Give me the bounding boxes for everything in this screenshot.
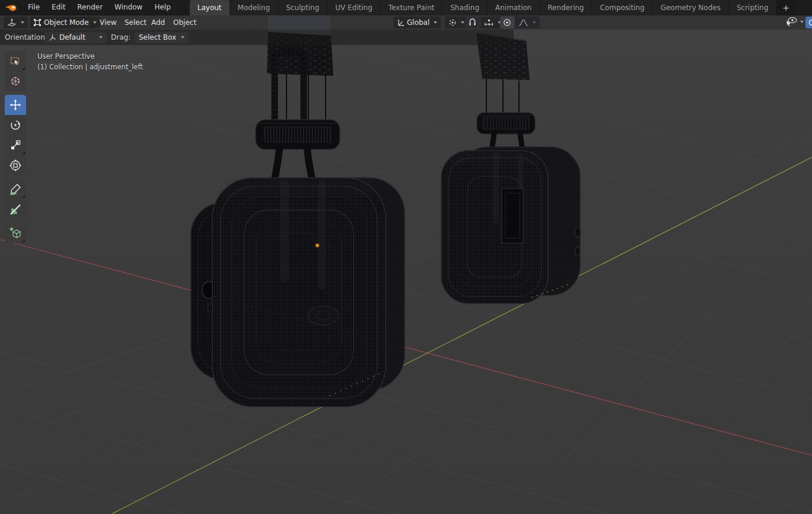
chevron-down-icon (533, 21, 536, 24)
select-box-icon (9, 55, 22, 68)
chevron-down-icon (461, 21, 464, 24)
chevron-down-icon (21, 21, 24, 24)
topbar: File Edit Render Window Help Layout Mode… (0, 0, 812, 15)
chevron-down-icon (99, 36, 103, 39)
tool-measure[interactable] (5, 199, 26, 219)
tool-move[interactable] (5, 95, 26, 115)
active-object-label: (1) Collection | adjustment_left (37, 62, 143, 72)
drag-value: Select Box (139, 33, 176, 41)
tab-texture-paint[interactable]: Texture Paint (381, 0, 442, 15)
tool-scale[interactable] (5, 135, 26, 155)
orientation-label: Orientation: (5, 33, 47, 41)
snap-magnet-icon (469, 18, 476, 27)
tab-uv-editing[interactable]: UV Editing (327, 0, 380, 15)
tool-settings-bar: Orientation: Default Drag: Select Box (0, 30, 514, 45)
workspace-tabs: Layout Modeling Sculpting UV Editing Tex… (190, 0, 795, 15)
menu-view[interactable]: View (100, 15, 116, 30)
menu-edit[interactable]: Edit (46, 0, 71, 15)
tool-annotate[interactable] (5, 179, 26, 199)
drag-label: Drag: (111, 33, 130, 41)
scale-icon (9, 139, 22, 152)
tool-transform[interactable] (5, 155, 26, 175)
falloff-curve-icon (518, 19, 528, 27)
menu-window[interactable]: Window (109, 0, 148, 15)
3d-viewport[interactable] (0, 0, 812, 514)
chevron-down-icon (181, 36, 184, 39)
transform-orientation-icon (397, 19, 405, 27)
toolbar (5, 51, 26, 243)
rotate-icon (9, 119, 22, 132)
snap-toggle-button[interactable] (465, 17, 480, 28)
falloff-dropdown[interactable] (515, 17, 540, 28)
proportional-editing-toggle[interactable] (500, 17, 514, 28)
measure-icon (9, 203, 22, 216)
tab-geometry-nodes[interactable]: Geometry Nodes (653, 0, 728, 15)
object-mode-icon (33, 18, 42, 27)
menu-add[interactable]: Add (151, 15, 165, 30)
blender-window: File Edit Render Window Help Layout Mode… (0, 0, 812, 514)
viewport-info-text: User Perspective (1) Collection | adjust… (37, 51, 143, 72)
view-perspective-label: User Perspective (37, 51, 143, 62)
tool-cursor[interactable] (5, 71, 26, 91)
blender-logo-icon[interactable] (5, 3, 17, 12)
snap-increment-icon (484, 19, 493, 27)
mode-selector-label: Object Mode (44, 18, 89, 27)
transform-icon (9, 159, 22, 172)
tab-shading[interactable]: Shading (442, 0, 487, 15)
tab-rendering[interactable]: Rendering (540, 0, 591, 15)
menu-render[interactable]: Render (71, 0, 109, 15)
menu-object[interactable]: Object (173, 15, 196, 30)
tool-add-cube[interactable] (5, 223, 26, 243)
proportional-editing-icon (503, 18, 511, 27)
proportional-editing-group (500, 17, 540, 28)
tab-modeling[interactable]: Modeling (230, 0, 278, 15)
tool-select-box[interactable] (5, 51, 26, 71)
move-icon (9, 98, 22, 111)
transform-orientation-dropdown[interactable]: Global (393, 17, 441, 28)
menu-select[interactable]: Select (125, 15, 147, 30)
editor-type-selector[interactable] (4, 17, 28, 28)
transform-orientation-label: Global (407, 18, 429, 27)
object-origin-dot (316, 244, 319, 247)
drag-dropdown[interactable]: Select Box (135, 32, 189, 43)
editor-type-3d-viewport-icon (7, 18, 17, 27)
viewport-background (0, 0, 812, 514)
overlays-toggle-partial[interactable] (805, 17, 812, 28)
pivot-point-icon (448, 18, 457, 27)
orientation-gizmo-icon (49, 34, 56, 41)
annotate-icon (9, 183, 22, 196)
chevron-down-icon (93, 21, 97, 24)
mode-selector[interactable]: Object Mode (30, 17, 100, 28)
orientation-dropdown[interactable]: Default (44, 32, 107, 43)
add-cube-icon (9, 226, 22, 240)
tab-animation[interactable]: Animation (488, 0, 539, 15)
tab-sculpting[interactable]: Sculpting (278, 0, 327, 15)
snapping-group (465, 17, 505, 28)
tab-layout[interactable]: Layout (190, 0, 230, 15)
3d-cursor-icon (9, 75, 22, 88)
viewport-header: Object Mode View Select Add Object Globa… (0, 15, 812, 30)
menu-help[interactable]: Help (148, 0, 176, 15)
gizmo-visibility-icon (785, 17, 798, 27)
tab-scripting[interactable]: Scripting (729, 0, 776, 15)
tab-compositing[interactable]: Compositing (592, 0, 652, 15)
tool-rotate[interactable] (5, 115, 26, 135)
menu-file[interactable]: File (22, 0, 46, 15)
add-workspace-button[interactable]: + (776, 0, 795, 15)
chevron-down-icon (800, 21, 804, 23)
gizmo-visibility-dropdown[interactable] (785, 17, 804, 27)
chevron-down-icon (434, 21, 437, 24)
orientation-value: Default (59, 33, 85, 41)
